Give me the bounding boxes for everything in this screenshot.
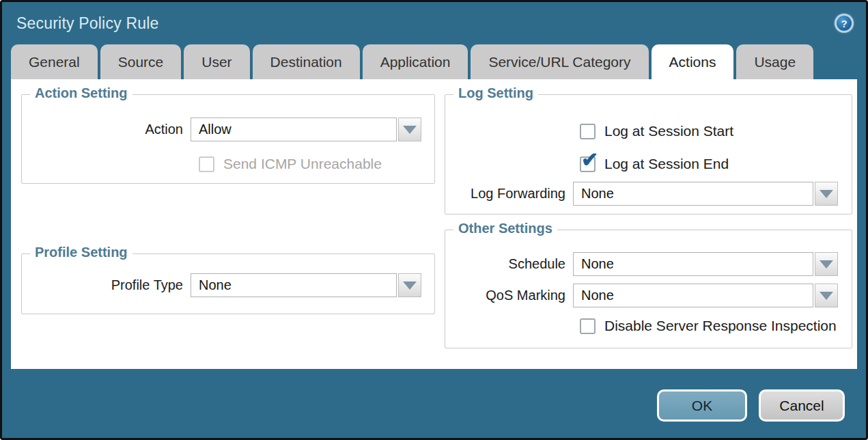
chevron-down-icon (403, 281, 417, 290)
profile-type-dropdown[interactable]: None (191, 273, 421, 297)
tab-bar: General Source User Destination Applicat… (2, 44, 866, 79)
other-settings-group: Other Settings Schedule None QoS Marking… (445, 230, 852, 348)
profile-type-dropdown-button[interactable] (398, 273, 421, 297)
question-mark-glyph: ? (837, 16, 852, 31)
action-setting-legend: Action Setting (30, 85, 132, 101)
log-at-session-start-label: Log at Session Start (604, 123, 733, 139)
action-dropdown-button[interactable] (398, 118, 421, 141)
profile-setting-legend: Profile Setting (30, 245, 132, 260)
tab-application[interactable]: Application (363, 44, 468, 79)
qos-marking-label: QoS Marking (445, 288, 573, 303)
send-icmp-unreachable-row: ✔ Send ICMP Unreachable (199, 156, 382, 172)
footer: OK Cancel (657, 389, 845, 422)
tab-service-url-category[interactable]: Service/URL Category (471, 44, 648, 79)
qos-marking-row: QoS Marking None (445, 284, 838, 307)
disable-server-response-inspection-checkbox[interactable]: ✔ (580, 318, 596, 334)
action-row: Action Allow (22, 118, 421, 141)
log-forwarding-label: Log Forwarding (445, 186, 573, 202)
log-forwarding-dropdown-button[interactable] (815, 182, 838, 206)
actions-tab-panel: Action Setting Action Allow ✔ Send ICMP … (11, 79, 857, 369)
profile-type-label: Profile Type (22, 277, 191, 293)
tab-source[interactable]: Source (100, 44, 182, 79)
profile-type-dropdown-value[interactable]: None (191, 273, 397, 297)
log-setting-group: Log Setting ✔ Log at Session Start ✔ Log… (445, 94, 852, 215)
schedule-dropdown-value[interactable]: None (573, 252, 813, 276)
tab-actions[interactable]: Actions (652, 44, 734, 79)
log-forwarding-dropdown-value[interactable]: None (573, 182, 813, 206)
schedule-dropdown[interactable]: None (573, 252, 838, 276)
schedule-label: Schedule (445, 256, 573, 272)
schedule-row: Schedule None (445, 252, 838, 276)
action-setting-group: Action Setting Action Allow ✔ Send ICMP … (21, 94, 435, 184)
log-at-session-end-label: Log at Session End (604, 156, 729, 172)
security-policy-rule-dialog: Security Policy Rule ? General Source Us… (0, 0, 868, 440)
tab-user[interactable]: User (184, 44, 249, 79)
log-at-session-start-row: ✔ Log at Session Start (580, 123, 733, 139)
qos-marking-dropdown-value[interactable]: None (573, 284, 813, 307)
profile-type-row: Profile Type None (22, 273, 421, 297)
tab-general[interactable]: General (11, 44, 98, 79)
log-at-session-start-checkbox[interactable]: ✔ (580, 124, 596, 139)
ok-button[interactable]: OK (657, 389, 747, 422)
profile-setting-group: Profile Setting Profile Type None (21, 253, 435, 314)
checkmark-icon: ✔ (581, 150, 598, 170)
dialog-title: Security Policy Rule (16, 14, 159, 33)
send-icmp-unreachable-label: Send ICMP Unreachable (223, 156, 382, 172)
action-label: Action (22, 122, 191, 137)
other-settings-legend: Other Settings (453, 221, 557, 236)
log-setting-legend: Log Setting (453, 85, 538, 101)
action-dropdown-value[interactable]: Allow (191, 118, 397, 141)
log-at-session-end-row: ✔ Log at Session End (580, 156, 729, 172)
send-icmp-unreachable-checkbox: ✔ (199, 156, 214, 172)
qos-marking-dropdown[interactable]: None (573, 284, 838, 307)
action-dropdown[interactable]: Allow (191, 118, 421, 141)
cancel-button[interactable]: Cancel (759, 389, 845, 422)
disable-server-response-inspection-row: ✔ Disable Server Response Inspection (580, 318, 837, 334)
tab-usage[interactable]: Usage (736, 44, 813, 79)
chevron-down-icon (820, 292, 833, 300)
chevron-down-icon (820, 190, 833, 198)
disable-server-response-inspection-label: Disable Server Response Inspection (604, 318, 837, 334)
qos-marking-dropdown-button[interactable] (815, 284, 838, 307)
schedule-dropdown-button[interactable] (815, 252, 838, 276)
log-forwarding-row: Log Forwarding None (445, 182, 838, 206)
help-icon[interactable]: ? (835, 14, 854, 33)
chevron-down-icon (403, 126, 417, 134)
tab-destination[interactable]: Destination (253, 44, 360, 79)
log-forwarding-dropdown[interactable]: None (573, 182, 838, 206)
log-at-session-end-checkbox[interactable]: ✔ (580, 156, 596, 172)
chevron-down-icon (820, 260, 833, 269)
titlebar: Security Policy Rule ? (2, 2, 866, 44)
